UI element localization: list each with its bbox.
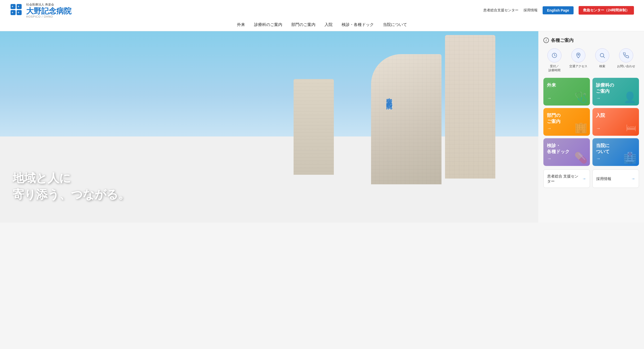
svg-line-11 — [603, 57, 605, 58]
main-content: 大野記念病院 地域と人に 寄り添う、つながる。 i 各種ご案内 — [0, 31, 644, 223]
nav-cards-grid: 外来 → 🩺 診療科のご案内 → 👤 部門のご案内 → 🏢 入院 → 🛏 — [543, 78, 639, 166]
nav-card-division-label: 部門のご案内 — [547, 113, 586, 124]
nav-card-outpatient[interactable]: 外来 → 🩺 — [543, 78, 590, 106]
nav-card-hospitalization-arrow: → — [596, 126, 635, 131]
emergency-button[interactable]: 救急センター（24時間体制） — [579, 6, 634, 15]
nav-card-hospitalization[interactable]: 入院 → 🛏 — [592, 108, 639, 136]
nav-division-guide[interactable]: 部門のご案内 — [291, 22, 315, 27]
recruitment-arrow: → — [631, 177, 635, 181]
nav-card-division-guide[interactable]: 部門のご案内 → 🏢 — [543, 108, 590, 136]
patient-support-link[interactable]: 患者総合支援センター — [483, 8, 518, 13]
nav-card-dept-guide-arrow: → — [596, 96, 635, 101]
quick-icon-access[interactable]: 交通アクセス — [569, 48, 587, 72]
building-curved: 大野記念病院 — [371, 54, 441, 184]
nav-card-division-arrow: → — [547, 126, 586, 131]
hero-section: 大野記念病院 地域と人に 寄り添う、つながる。 — [0, 31, 538, 223]
nav-card-about-label: 当院について — [596, 143, 635, 155]
quick-icon-reception[interactable]: 受付／診療時間 — [547, 48, 561, 72]
building-curved-grid — [371, 54, 441, 184]
quick-icon-search[interactable]: 検索 — [595, 48, 609, 72]
svg-text:+: + — [12, 5, 13, 8]
hero-tagline: 地域と人に 寄り添う、つながる。 — [13, 170, 130, 202]
nav-card-checkup-label: 検診・各種ドック — [547, 143, 586, 155]
building-sign: 大野記念病院 — [385, 93, 393, 99]
recruitment-link[interactable]: 採用情報 — [524, 8, 538, 13]
bottom-link-patient-support[interactable]: 患者総合 支援センター → — [543, 169, 590, 188]
header-right-top: 患者総合支援センター 採用情報 English Page 救急センター（24時間… — [483, 6, 634, 15]
access-icon-circle — [571, 48, 585, 62]
svg-point-10 — [600, 53, 604, 57]
patient-support-link-label: 患者総合 支援センター — [547, 174, 582, 184]
nav-card-about[interactable]: 当院について → 🏥 — [592, 138, 639, 166]
nav-outpatient[interactable]: 外来 — [237, 22, 245, 27]
logo-hospico: HOSPICO / OHNO — [26, 15, 71, 18]
nav-card-outpatient-label: 外来 — [547, 82, 586, 88]
nav-about[interactable]: 当院について — [383, 22, 407, 27]
svg-text:+: + — [18, 11, 19, 14]
building-side-grid — [294, 79, 334, 175]
patient-support-arrow: → — [582, 177, 586, 181]
logo-area[interactable]: + + + + 社会医療法人 寿楽会 大野記念病院 HOSPICO / OHNO — [10, 3, 71, 18]
english-page-button[interactable]: English Page — [543, 6, 574, 14]
logo-icon: + + + + — [10, 4, 24, 17]
main-nav: 外来 診療科のご案内 部門のご案内 入院 検診・各種ドック 当院について — [10, 20, 634, 31]
nav-card-dept-guide[interactable]: 診療科のご案内 → 👤 — [592, 78, 639, 106]
reception-label: 受付／診療時間 — [548, 64, 560, 72]
bottom-links-row: 患者総合 支援センター → 採用情報 → — [543, 169, 639, 188]
search-label: 検索 — [599, 64, 605, 68]
recruitment-link-label: 採用情報 — [596, 176, 611, 181]
nav-dept-guide[interactable]: 診療科のご案内 — [254, 22, 282, 27]
contact-label: お問い合わせ — [617, 64, 635, 68]
nav-card-hospitalization-label: 入院 — [596, 113, 635, 118]
nav-card-checkup[interactable]: 検診・各種ドック → 💊 — [543, 138, 590, 166]
bottom-link-recruitment[interactable]: 採用情報 → — [592, 169, 639, 188]
sidebar-panel: i 各種ご案内 受付／診療時間 — [538, 31, 644, 223]
nav-card-dept-guide-label: 診療科のご案内 — [596, 82, 635, 94]
logo-text-area: 社会医療法人 寿楽会 大野記念病院 HOSPICO / OHNO — [26, 3, 71, 18]
nav-card-outpatient-arrow: → — [547, 96, 586, 101]
sidebar-title: i 各種ご案内 — [543, 37, 639, 43]
reception-icon-circle — [547, 48, 561, 62]
access-label: 交通アクセス — [569, 64, 587, 68]
hero-text-overlay: 地域と人に 寄り添う、つながる。 — [13, 170, 130, 202]
logo-corp-name: 社会医療法人 寿楽会 — [26, 3, 71, 7]
nav-hospitalization[interactable]: 入院 — [325, 22, 333, 27]
contact-icon-circle — [619, 48, 633, 62]
building-tall — [445, 35, 495, 179]
nav-checkup[interactable]: 検診・各種ドック — [342, 22, 374, 27]
header-top-bar: + + + + 社会医療法人 寿楽会 大野記念病院 HOSPICO / OHNO… — [10, 0, 634, 20]
info-icon: i — [543, 38, 549, 43]
quick-icon-contact[interactable]: お問い合わせ — [617, 48, 635, 72]
nav-card-about-arrow: → — [596, 156, 635, 161]
search-icon-circle — [595, 48, 609, 62]
quick-icons-row: 受付／診療時間 交通アクセス 検索 — [543, 48, 639, 72]
svg-text:+: + — [18, 5, 19, 8]
svg-text:+: + — [12, 11, 13, 14]
site-header: + + + + 社会医療法人 寿楽会 大野記念病院 HOSPICO / OHNO… — [0, 0, 644, 31]
building-grid — [445, 35, 495, 179]
logo-hospital-name: 大野記念病院 — [26, 7, 71, 15]
building-side — [294, 79, 334, 175]
nav-card-checkup-arrow: → — [547, 156, 586, 161]
svg-point-9 — [578, 54, 579, 55]
